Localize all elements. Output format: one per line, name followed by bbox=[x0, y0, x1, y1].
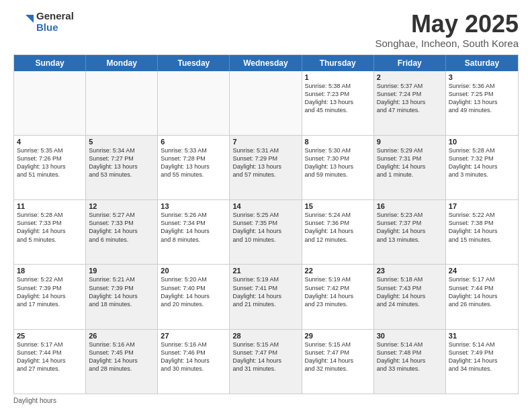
day-number-18: 18 bbox=[17, 267, 83, 275]
header-day-monday: Monday bbox=[86, 55, 158, 71]
day-number-2: 2 bbox=[377, 73, 443, 81]
logo-text: General Blue bbox=[36, 11, 74, 33]
header-day-friday: Friday bbox=[374, 55, 446, 71]
day-number-11: 11 bbox=[17, 202, 83, 210]
title-block: May 2025 Songhae, Incheon, South Korea bbox=[375, 11, 519, 49]
day-info-26: Sunrise: 5:16 AM Sunset: 7:45 PM Dayligh… bbox=[89, 340, 154, 373]
day-info-28: Sunrise: 5:15 AM Sunset: 7:47 PM Dayligh… bbox=[232, 340, 298, 373]
day-info-1: Sunrise: 5:38 AM Sunset: 7:23 PM Dayligh… bbox=[305, 82, 371, 115]
day-number-7: 7 bbox=[232, 138, 298, 146]
day-number-13: 13 bbox=[161, 202, 226, 210]
day-info-20: Sunrise: 5:20 AM Sunset: 7:40 PM Dayligh… bbox=[161, 275, 226, 308]
day-number-23: 23 bbox=[377, 267, 443, 275]
day-cell-24: 24Sunrise: 5:17 AM Sunset: 7:44 PM Dayli… bbox=[446, 265, 518, 328]
day-number-10: 10 bbox=[449, 138, 515, 146]
day-info-30: Sunrise: 5:14 AM Sunset: 7:48 PM Dayligh… bbox=[377, 340, 443, 373]
day-info-13: Sunrise: 5:26 AM Sunset: 7:34 PM Dayligh… bbox=[161, 211, 226, 244]
header-day-wednesday: Wednesday bbox=[230, 55, 302, 71]
day-cell-15: 15Sunrise: 5:24 AM Sunset: 7:36 PM Dayli… bbox=[302, 200, 374, 264]
week-row-1: 1Sunrise: 5:38 AM Sunset: 7:23 PM Daylig… bbox=[14, 71, 518, 135]
month-title: May 2025 bbox=[375, 11, 519, 38]
day-number-6: 6 bbox=[161, 138, 226, 146]
header: General Blue May 2025 Songhae, Incheon, … bbox=[13, 11, 519, 49]
day-info-3: Sunrise: 5:36 AM Sunset: 7:25 PM Dayligh… bbox=[449, 82, 515, 115]
day-info-29: Sunrise: 5:15 AM Sunset: 7:47 PM Dayligh… bbox=[305, 340, 371, 373]
calendar-header: SundayMondayTuesdayWednesdayThursdayFrid… bbox=[14, 55, 518, 71]
day-cell-2: 2Sunrise: 5:37 AM Sunset: 7:24 PM Daylig… bbox=[374, 71, 446, 135]
day-number-20: 20 bbox=[161, 267, 226, 275]
empty-cell-w0c3 bbox=[230, 71, 302, 135]
day-number-12: 12 bbox=[89, 202, 154, 210]
svg-marker-0 bbox=[26, 15, 34, 23]
day-info-27: Sunrise: 5:16 AM Sunset: 7:46 PM Dayligh… bbox=[161, 340, 226, 373]
day-info-7: Sunrise: 5:31 AM Sunset: 7:29 PM Dayligh… bbox=[232, 146, 298, 179]
day-info-31: Sunrise: 5:14 AM Sunset: 7:49 PM Dayligh… bbox=[449, 340, 515, 373]
day-number-1: 1 bbox=[305, 73, 371, 81]
footer: Daylight hours bbox=[13, 397, 519, 404]
day-number-21: 21 bbox=[232, 267, 298, 275]
day-cell-5: 5Sunrise: 5:34 AM Sunset: 7:27 PM Daylig… bbox=[86, 136, 158, 199]
day-cell-16: 16Sunrise: 5:23 AM Sunset: 7:37 PM Dayli… bbox=[374, 200, 446, 264]
day-number-3: 3 bbox=[449, 73, 515, 81]
day-number-28: 28 bbox=[232, 332, 298, 340]
day-number-27: 27 bbox=[161, 332, 226, 340]
day-info-24: Sunrise: 5:17 AM Sunset: 7:44 PM Dayligh… bbox=[449, 275, 515, 308]
day-cell-4: 4Sunrise: 5:35 AM Sunset: 7:26 PM Daylig… bbox=[14, 136, 86, 199]
logo-blue-text: Blue bbox=[36, 22, 74, 34]
day-info-23: Sunrise: 5:18 AM Sunset: 7:43 PM Dayligh… bbox=[377, 275, 443, 308]
day-cell-25: 25Sunrise: 5:17 AM Sunset: 7:44 PM Dayli… bbox=[14, 330, 86, 394]
calendar: SundayMondayTuesdayWednesdayThursdayFrid… bbox=[13, 54, 519, 394]
day-number-29: 29 bbox=[305, 332, 371, 340]
week-row-5: 25Sunrise: 5:17 AM Sunset: 7:44 PM Dayli… bbox=[14, 329, 518, 394]
day-cell-3: 3Sunrise: 5:36 AM Sunset: 7:25 PM Daylig… bbox=[446, 71, 518, 135]
day-info-14: Sunrise: 5:25 AM Sunset: 7:35 PM Dayligh… bbox=[232, 211, 298, 244]
day-cell-14: 14Sunrise: 5:25 AM Sunset: 7:35 PM Dayli… bbox=[230, 200, 302, 264]
day-number-24: 24 bbox=[449, 267, 515, 275]
day-info-12: Sunrise: 5:27 AM Sunset: 7:33 PM Dayligh… bbox=[89, 211, 154, 244]
header-day-saturday: Saturday bbox=[446, 55, 518, 71]
day-cell-18: 18Sunrise: 5:22 AM Sunset: 7:39 PM Dayli… bbox=[14, 265, 86, 328]
day-info-25: Sunrise: 5:17 AM Sunset: 7:44 PM Dayligh… bbox=[17, 340, 83, 373]
day-number-15: 15 bbox=[305, 202, 371, 210]
day-cell-20: 20Sunrise: 5:20 AM Sunset: 7:40 PM Dayli… bbox=[158, 265, 230, 328]
day-info-8: Sunrise: 5:30 AM Sunset: 7:30 PM Dayligh… bbox=[305, 146, 371, 179]
header-day-tuesday: Tuesday bbox=[158, 55, 230, 71]
day-number-4: 4 bbox=[17, 138, 83, 146]
day-cell-23: 23Sunrise: 5:18 AM Sunset: 7:43 PM Dayli… bbox=[374, 265, 446, 328]
day-info-5: Sunrise: 5:34 AM Sunset: 7:27 PM Dayligh… bbox=[89, 146, 154, 179]
day-cell-29: 29Sunrise: 5:15 AM Sunset: 7:47 PM Dayli… bbox=[302, 330, 374, 394]
day-info-19: Sunrise: 5:21 AM Sunset: 7:39 PM Dayligh… bbox=[89, 275, 154, 308]
day-cell-6: 6Sunrise: 5:33 AM Sunset: 7:28 PM Daylig… bbox=[158, 136, 230, 199]
day-info-11: Sunrise: 5:28 AM Sunset: 7:33 PM Dayligh… bbox=[17, 211, 83, 244]
empty-cell-w0c1 bbox=[86, 71, 158, 135]
day-cell-26: 26Sunrise: 5:16 AM Sunset: 7:45 PM Dayli… bbox=[86, 330, 158, 394]
day-cell-10: 10Sunrise: 5:28 AM Sunset: 7:32 PM Dayli… bbox=[446, 136, 518, 199]
day-number-25: 25 bbox=[17, 332, 83, 340]
subtitle: Songhae, Incheon, South Korea bbox=[375, 38, 519, 49]
day-cell-31: 31Sunrise: 5:14 AM Sunset: 7:49 PM Dayli… bbox=[446, 330, 518, 394]
day-number-9: 9 bbox=[377, 138, 443, 146]
day-cell-30: 30Sunrise: 5:14 AM Sunset: 7:48 PM Dayli… bbox=[374, 330, 446, 394]
day-cell-17: 17Sunrise: 5:22 AM Sunset: 7:38 PM Dayli… bbox=[446, 200, 518, 264]
header-day-thursday: Thursday bbox=[302, 55, 374, 71]
day-cell-8: 8Sunrise: 5:30 AM Sunset: 7:30 PM Daylig… bbox=[302, 136, 374, 199]
day-number-22: 22 bbox=[305, 267, 371, 275]
day-cell-19: 19Sunrise: 5:21 AM Sunset: 7:39 PM Dayli… bbox=[86, 265, 158, 328]
day-info-15: Sunrise: 5:24 AM Sunset: 7:36 PM Dayligh… bbox=[305, 211, 371, 244]
page: General Blue May 2025 Songhae, Incheon, … bbox=[0, 0, 532, 411]
day-number-30: 30 bbox=[377, 332, 443, 340]
day-cell-1: 1Sunrise: 5:38 AM Sunset: 7:23 PM Daylig… bbox=[302, 71, 374, 135]
day-cell-9: 9Sunrise: 5:29 AM Sunset: 7:31 PM Daylig… bbox=[374, 136, 446, 199]
logo-general-text: General bbox=[36, 11, 74, 22]
week-row-4: 18Sunrise: 5:22 AM Sunset: 7:39 PM Dayli… bbox=[14, 264, 518, 328]
day-info-17: Sunrise: 5:22 AM Sunset: 7:38 PM Dayligh… bbox=[449, 211, 515, 244]
day-cell-21: 21Sunrise: 5:19 AM Sunset: 7:41 PM Dayli… bbox=[230, 265, 302, 328]
day-info-6: Sunrise: 5:33 AM Sunset: 7:28 PM Dayligh… bbox=[161, 146, 226, 179]
day-cell-7: 7Sunrise: 5:31 AM Sunset: 7:29 PM Daylig… bbox=[230, 136, 302, 199]
day-info-22: Sunrise: 5:19 AM Sunset: 7:42 PM Dayligh… bbox=[305, 275, 371, 308]
day-number-19: 19 bbox=[89, 267, 154, 275]
week-row-3: 11Sunrise: 5:28 AM Sunset: 7:33 PM Dayli… bbox=[14, 199, 518, 264]
day-cell-27: 27Sunrise: 5:16 AM Sunset: 7:46 PM Dayli… bbox=[158, 330, 230, 394]
day-number-8: 8 bbox=[305, 138, 371, 146]
day-info-16: Sunrise: 5:23 AM Sunset: 7:37 PM Dayligh… bbox=[377, 211, 443, 244]
